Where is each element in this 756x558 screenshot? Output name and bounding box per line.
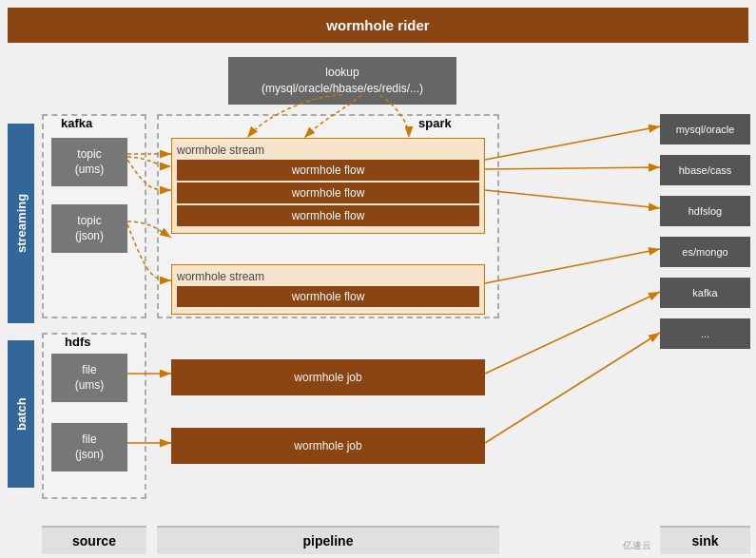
sink-hbase: hbase/cass [660, 155, 750, 185]
spark-title: spark [418, 116, 452, 130]
bottom-source-label: source [42, 526, 146, 554]
svg-line-4 [485, 190, 660, 208]
sink-mysql: mysql/oracle [660, 114, 750, 144]
topic-json-box: topic (json) [51, 204, 127, 253]
wf-box-3: wormhole flow [177, 205, 479, 226]
ws1-label: wormhole stream [177, 144, 479, 157]
wf-box-2: wormhole flow [177, 183, 479, 203]
wf-box-4: wormhole flow [177, 286, 479, 307]
sink-kafka: kafka [660, 278, 750, 308]
file-ums-box: file (ums) [51, 354, 127, 402]
topic-ums-box: topic (ums) [51, 138, 127, 186]
batch-label: batch [8, 340, 34, 488]
file-json-box: file (json) [51, 423, 127, 471]
svg-line-9 [485, 333, 660, 443]
watermark: 亿速云 [623, 539, 651, 552]
bottom-sink-label: sink [660, 526, 750, 554]
bottom-pipeline-label: pipeline [157, 526, 499, 554]
wormhole-stream-2: wormhole stream wormhole flow [171, 264, 485, 315]
sink-es: es/mongo [660, 237, 750, 267]
svg-line-8 [485, 292, 660, 374]
wf-box-1: wormhole flow [177, 160, 479, 181]
sink-dots: ... [660, 318, 750, 349]
streaming-label: streaming [8, 124, 34, 323]
svg-line-2 [485, 126, 660, 160]
hdfs-title: hdfs [65, 335, 90, 349]
wormhole-stream-1: wormhole stream wormhole flow wormhole f… [171, 138, 485, 234]
svg-line-5 [485, 249, 660, 283]
kafka-title: kafka [61, 116, 92, 130]
sink-hdfs: hdfslog [660, 196, 750, 226]
top-banner: wormhole rider [8, 8, 748, 43]
lookup-box: lookup(mysql/oracle/hbase/es/redis/...) [228, 57, 456, 105]
svg-line-3 [485, 167, 660, 169]
wormhole-job-1: wormhole job [171, 359, 485, 395]
wormhole-job-2: wormhole job [171, 428, 485, 464]
ws2-label: wormhole stream [177, 270, 479, 283]
banner-title: wormhole rider [326, 17, 429, 33]
